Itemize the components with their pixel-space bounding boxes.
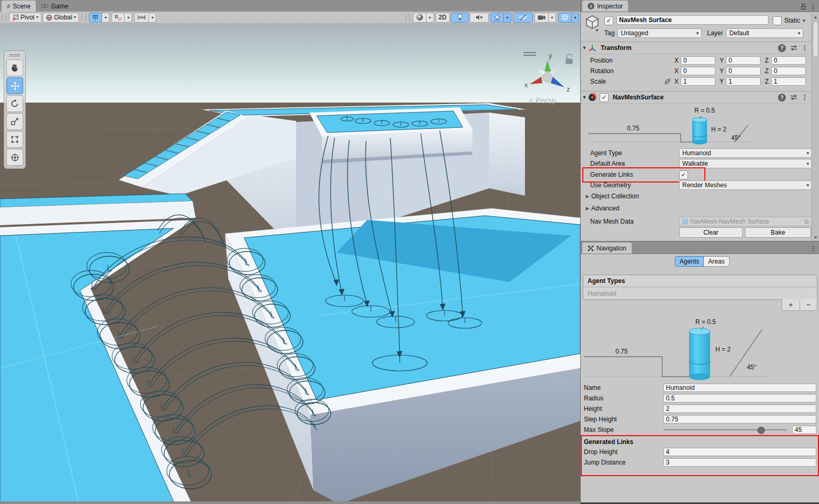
transform-foldout-icon[interactable]: ▼ <box>581 45 588 51</box>
z-axis-cone[interactable] <box>551 77 564 87</box>
nav-mesh-data-field[interactable]: NavMesh-NavMesh Surface ⊙ <box>679 217 812 226</box>
static-caret-icon[interactable]: ▾ <box>803 18 805 23</box>
2d-mode-button[interactable]: 2D <box>436 13 450 23</box>
tab-inspector[interactable]: i Inspector <box>582 1 628 12</box>
unlock-icon[interactable] <box>800 3 807 10</box>
snap-toggle[interactable] <box>112 13 125 23</box>
gizmo-center-cube[interactable] <box>543 73 552 82</box>
agent-radius-field[interactable] <box>663 394 816 402</box>
y-axis-cone[interactable] <box>544 60 551 72</box>
x-axis-cone[interactable] <box>530 77 542 84</box>
navigation-menu-icon[interactable]: ⋮ <box>810 245 816 252</box>
rotation-y-field[interactable] <box>726 67 761 75</box>
tab-game[interactable]: Game <box>36 1 74 12</box>
gizmos-toggle[interactable] <box>558 13 572 23</box>
tools-overlay-handle[interactable] <box>9 53 20 58</box>
navmeshsurface-header[interactable]: ▼ ✓ NavMeshSurface ? ⋮ <box>581 91 819 104</box>
max-slope-field[interactable] <box>792 426 816 434</box>
rotation-z-field[interactable] <box>771 67 806 75</box>
gizmos-caret[interactable]: ▾ <box>572 13 579 23</box>
agent-height-field[interactable] <box>663 405 816 413</box>
areas-tab[interactable]: Areas <box>704 256 729 267</box>
transform-tool-button[interactable] <box>6 149 23 166</box>
draw-mode-caret[interactable]: ▾ <box>427 13 434 23</box>
grid-visibility-toggle[interactable]: Y <box>89 13 102 23</box>
global-mode-button[interactable]: Global ▾ <box>43 13 79 23</box>
gizmo-menu-handle[interactable] <box>523 53 536 55</box>
agent-type-dropdown[interactable]: Humanoid ▾ <box>679 148 812 158</box>
grid-options-caret[interactable]: ▾ <box>102 13 109 23</box>
component-menu-icon[interactable]: ⋮ <box>802 94 808 101</box>
position-y-field[interactable] <box>726 56 761 65</box>
effects-caret[interactable]: ▾ <box>504 13 511 23</box>
scroll-up-arrow[interactable]: ▲ <box>812 13 819 21</box>
gameobject-cube-icon[interactable] <box>585 15 600 32</box>
perspective-label[interactable]: < Persp <box>529 96 556 105</box>
free-axis-cone[interactable] <box>541 83 550 92</box>
snap-increment-button[interactable] <box>134 13 149 23</box>
draw-mode-button[interactable] <box>413 13 427 23</box>
layer-dropdown[interactable]: Default ▾ <box>726 28 803 38</box>
pivot-mode-button[interactable]: Pivot ▾ <box>9 13 42 23</box>
help-icon[interactable]: ? <box>778 44 786 52</box>
step-height-field[interactable] <box>663 415 816 424</box>
gameobject-active-checkbox[interactable]: ✓ <box>604 16 613 25</box>
gameobject-name-field[interactable] <box>616 15 769 25</box>
scrollbar-thumb[interactable] <box>813 22 818 57</box>
tag-dropdown[interactable]: Untagged ▾ <box>618 28 702 38</box>
move-tool-button[interactable] <box>6 77 23 94</box>
add-agent-type-button[interactable]: + <box>782 299 800 310</box>
scene-lighting-toggle[interactable] <box>451 13 469 23</box>
scale-tool-button[interactable] <box>6 113 23 130</box>
gizmo-lock-icon[interactable] <box>566 54 572 64</box>
rect-tool-button[interactable] <box>6 131 23 148</box>
bake-button[interactable]: Bake <box>745 227 811 238</box>
inspector-scrollbar[interactable]: ▲ ▼ <box>811 13 819 241</box>
slider-thumb[interactable] <box>757 427 765 434</box>
object-picker-icon[interactable]: ⊙ <box>804 218 809 225</box>
navmeshsurface-enabled-checkbox[interactable]: ✓ <box>600 93 609 102</box>
jump-distance-field[interactable] <box>663 458 816 467</box>
camera-settings-button[interactable] <box>534 13 549 23</box>
hand-tool-button[interactable] <box>6 59 23 76</box>
hidden-objects-toggle[interactable] <box>513 13 533 23</box>
remove-agent-type-button[interactable]: − <box>800 299 817 310</box>
transform-header[interactable]: ▼ Transform ? ⋮ <box>581 42 819 54</box>
scene-viewport[interactable]: y x z < Persp <box>0 23 580 504</box>
snap-options-caret[interactable]: ▾ <box>125 13 132 23</box>
camera-settings-caret[interactable]: ▾ <box>549 13 556 23</box>
static-checkbox[interactable] <box>773 16 782 25</box>
scale-z-field[interactable] <box>771 77 806 86</box>
axis-gizmo[interactable]: y x z <box>524 52 570 93</box>
inspector-menu-icon[interactable]: ⋮ <box>810 3 816 10</box>
tab-scene[interactable]: # Scene <box>2 1 36 12</box>
presets-icon[interactable] <box>790 45 797 51</box>
presets-icon[interactable] <box>790 94 797 100</box>
object-collection-foldout[interactable]: ▶ Object Collection <box>584 191 639 201</box>
rotation-x-field[interactable] <box>681 67 715 75</box>
drop-height-field[interactable] <box>663 448 816 456</box>
navmeshsurface-foldout-icon[interactable]: ▼ <box>581 95 588 100</box>
snap-increment-caret[interactable]: ▾ <box>149 13 156 23</box>
position-z-field[interactable] <box>771 56 806 65</box>
toolbar-drag-handle[interactable] <box>2 14 6 21</box>
clear-button[interactable]: Clear <box>679 227 743 238</box>
agents-tab[interactable]: Agents <box>675 256 704 267</box>
agent-type-list-item[interactable]: Humanoid <box>583 287 817 299</box>
constrain-proportions-icon[interactable] <box>664 78 671 85</box>
rotate-tool-button[interactable] <box>6 95 23 112</box>
effects-toggle[interactable] <box>490 13 504 23</box>
agent-name-field[interactable] <box>663 384 816 392</box>
generate-links-checkbox[interactable]: ✓ <box>679 170 688 179</box>
scale-y-field[interactable] <box>726 77 761 86</box>
component-menu-icon[interactable]: ⋮ <box>802 44 808 52</box>
scroll-down-arrow[interactable]: ▼ <box>812 234 819 241</box>
audio-mute-toggle[interactable] <box>470 13 489 23</box>
position-x-field[interactable] <box>681 56 715 65</box>
advanced-foldout[interactable]: ▶ Advanced <box>584 204 619 213</box>
default-area-dropdown[interactable]: Walkable ▾ <box>679 159 812 168</box>
use-geometry-dropdown[interactable]: Render Meshes ▾ <box>679 180 812 190</box>
tab-navigation[interactable]: Navigation <box>582 243 632 254</box>
scale-x-field[interactable] <box>681 77 715 86</box>
max-slope-slider[interactable] <box>663 429 787 430</box>
